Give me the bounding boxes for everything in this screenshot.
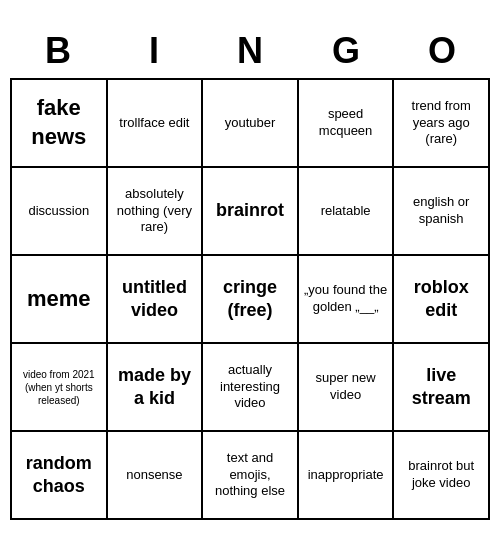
cell-5: discussion bbox=[12, 168, 108, 256]
cell-20: random chaos bbox=[12, 432, 108, 520]
cell-8: relatable bbox=[299, 168, 395, 256]
cell-6: absolutely nothing (very rare) bbox=[108, 168, 204, 256]
cell-17: actually interesting video bbox=[203, 344, 299, 432]
bingo-header: BINGO bbox=[10, 24, 490, 78]
header-letter-I: I bbox=[110, 30, 198, 72]
cell-15: video from 2021 (when yt shorts released… bbox=[12, 344, 108, 432]
cell-14: roblox edit bbox=[394, 256, 490, 344]
cell-10: meme bbox=[12, 256, 108, 344]
bingo-card: BINGO fake newstrollface edityoutuberspe… bbox=[10, 24, 490, 520]
header-letter-N: N bbox=[206, 30, 294, 72]
cell-21: nonsense bbox=[108, 432, 204, 520]
cell-24: brainrot but joke video bbox=[394, 432, 490, 520]
bingo-grid: fake newstrollface edityoutuberspeed mcq… bbox=[10, 78, 490, 520]
cell-7: brainrot bbox=[203, 168, 299, 256]
header-letter-G: G bbox=[302, 30, 390, 72]
cell-16: made by a kid bbox=[108, 344, 204, 432]
cell-23: inappropriate bbox=[299, 432, 395, 520]
cell-18: super new video bbox=[299, 344, 395, 432]
cell-0: fake news bbox=[12, 80, 108, 168]
cell-9: english or spanish bbox=[394, 168, 490, 256]
cell-13: „you found the golden „__„ bbox=[299, 256, 395, 344]
cell-12: cringe (free) bbox=[203, 256, 299, 344]
header-letter-O: O bbox=[398, 30, 486, 72]
cell-2: youtuber bbox=[203, 80, 299, 168]
cell-1: trollface edit bbox=[108, 80, 204, 168]
cell-3: speed mcqueen bbox=[299, 80, 395, 168]
cell-4: trend from years ago (rare) bbox=[394, 80, 490, 168]
cell-11: untitled video bbox=[108, 256, 204, 344]
cell-19: live stream bbox=[394, 344, 490, 432]
cell-22: text and emojis, nothing else bbox=[203, 432, 299, 520]
header-letter-B: B bbox=[14, 30, 102, 72]
